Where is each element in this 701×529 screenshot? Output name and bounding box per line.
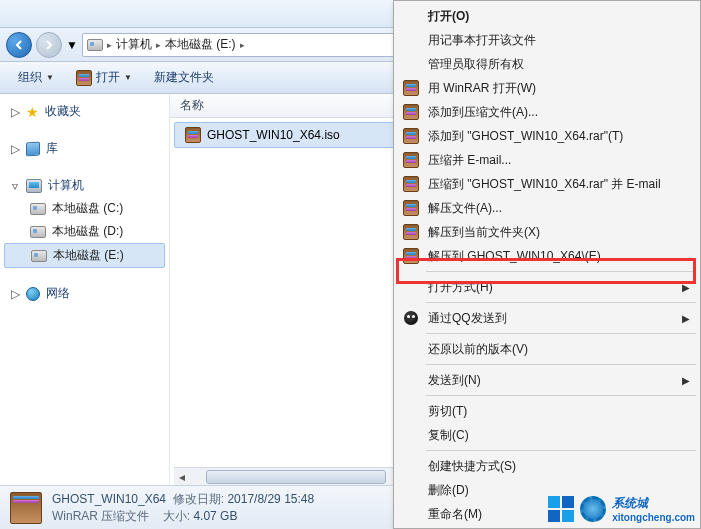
winrar-icon bbox=[403, 80, 419, 96]
scroll-left-icon[interactable]: ◂ bbox=[174, 469, 190, 485]
menu-separator bbox=[426, 302, 696, 303]
sidebar-libraries[interactable]: ▷库 bbox=[0, 137, 169, 160]
logo-square-icon bbox=[548, 510, 560, 522]
gear-icon bbox=[580, 496, 606, 522]
sidebar-favorites[interactable]: ▷★收藏夹 bbox=[0, 100, 169, 123]
history-dropdown-icon[interactable]: ▼ bbox=[66, 38, 78, 52]
collapse-icon: ▷ bbox=[10, 144, 20, 154]
menu-cut[interactable]: 剪切(T) bbox=[396, 399, 698, 423]
collapse-icon: ▷ bbox=[10, 107, 20, 117]
breadcrumb-computer[interactable]: 计算机 bbox=[116, 36, 152, 53]
menu-add-archive[interactable]: 添加到压缩文件(A)... bbox=[396, 100, 698, 124]
breadcrumb-drive[interactable]: 本地磁盘 (E:) bbox=[165, 36, 236, 53]
forward-button[interactable] bbox=[36, 32, 62, 58]
menu-extract-files[interactable]: 解压文件(A)... bbox=[396, 196, 698, 220]
sidebar: ▷★收藏夹 ▷库 ▿计算机 本地磁盘 (C:) 本地磁盘 (D:) 本地磁盘 (… bbox=[0, 94, 170, 485]
winrar-icon bbox=[76, 70, 92, 86]
chevron-right-icon: ▸ bbox=[156, 40, 161, 50]
submenu-arrow-icon: ▶ bbox=[682, 375, 690, 386]
sidebar-drive-e[interactable]: 本地磁盘 (E:) bbox=[4, 243, 165, 268]
winrar-icon bbox=[403, 128, 419, 144]
watermark: 系统城 xitongcheng.com bbox=[548, 495, 695, 523]
context-menu: 打开(O) 用记事本打开该文件 管理员取得所有权 用 WinRAR 打开(W) … bbox=[393, 0, 701, 529]
sidebar-drive-c[interactable]: 本地磁盘 (C:) bbox=[0, 197, 169, 220]
winrar-icon bbox=[403, 104, 419, 120]
menu-send-to[interactable]: 发送到(N)▶ bbox=[396, 368, 698, 392]
open-button[interactable]: 打开 ▼ bbox=[68, 66, 140, 89]
logo-square-icon bbox=[562, 510, 574, 522]
library-icon bbox=[26, 141, 40, 156]
star-icon: ★ bbox=[26, 104, 39, 120]
newfolder-button[interactable]: 新建文件夹 bbox=[146, 66, 222, 89]
winrar-icon bbox=[185, 127, 201, 143]
watermark-brand: 系统城 bbox=[612, 496, 648, 510]
drive-icon bbox=[30, 226, 46, 238]
menu-copy[interactable]: 复制(C) bbox=[396, 423, 698, 447]
menu-separator bbox=[426, 364, 696, 365]
scroll-thumb[interactable] bbox=[206, 470, 386, 484]
menu-separator bbox=[426, 450, 696, 451]
logo-square-icon bbox=[562, 496, 574, 508]
menu-extract-here[interactable]: 解压到当前文件夹(X) bbox=[396, 220, 698, 244]
winrar-icon bbox=[403, 176, 419, 192]
winrar-icon bbox=[403, 152, 419, 168]
menu-extract-to[interactable]: 解压到 GHOST_WIN10_X64\(E) bbox=[396, 244, 698, 268]
sidebar-computer[interactable]: ▿计算机 bbox=[0, 174, 169, 197]
organize-button[interactable]: 组织 ▼ bbox=[10, 66, 62, 89]
menu-separator bbox=[426, 333, 696, 334]
logo-square-icon bbox=[548, 496, 560, 508]
drive-icon bbox=[31, 250, 47, 262]
menu-winrar-open[interactable]: 用 WinRAR 打开(W) bbox=[396, 76, 698, 100]
status-text: GHOST_WIN10_X64 修改日期: 2017/8/29 15:48 Wi… bbox=[52, 491, 314, 525]
menu-shortcut[interactable]: 创建快捷方式(S) bbox=[396, 454, 698, 478]
back-button[interactable] bbox=[6, 32, 32, 58]
network-icon bbox=[26, 287, 40, 301]
file-name: GHOST_WIN10_X64.iso bbox=[207, 128, 340, 142]
qq-icon bbox=[404, 311, 418, 325]
chevron-right-icon: ▸ bbox=[240, 40, 245, 50]
menu-restore[interactable]: 还原以前的版本(V) bbox=[396, 337, 698, 361]
menu-compress-email[interactable]: 压缩并 E-mail... bbox=[396, 148, 698, 172]
drive-icon bbox=[30, 203, 46, 215]
menu-open[interactable]: 打开(O) bbox=[396, 4, 698, 28]
menu-add-to[interactable]: 添加到 "GHOST_WIN10_X64.rar"(T) bbox=[396, 124, 698, 148]
sidebar-drive-d[interactable]: 本地磁盘 (D:) bbox=[0, 220, 169, 243]
winrar-icon bbox=[10, 492, 42, 524]
winrar-icon bbox=[403, 224, 419, 240]
winrar-icon bbox=[403, 248, 419, 264]
menu-open-with[interactable]: 打开方式(H)▶ bbox=[396, 275, 698, 299]
winrar-icon bbox=[403, 200, 419, 216]
menu-admin[interactable]: 管理员取得所有权 bbox=[396, 52, 698, 76]
expand-icon: ▿ bbox=[10, 181, 20, 191]
watermark-url: xitongcheng.com bbox=[612, 512, 695, 523]
sidebar-network[interactable]: ▷网络 bbox=[0, 282, 169, 305]
menu-compress-to-email[interactable]: 压缩到 "GHOST_WIN10_X64.rar" 并 E-mail bbox=[396, 172, 698, 196]
menu-separator bbox=[426, 395, 696, 396]
menu-separator bbox=[426, 271, 696, 272]
menu-notepad[interactable]: 用记事本打开该文件 bbox=[396, 28, 698, 52]
submenu-arrow-icon: ▶ bbox=[682, 282, 690, 293]
collapse-icon: ▷ bbox=[10, 289, 20, 299]
menu-qq-send[interactable]: 通过QQ发送到▶ bbox=[396, 306, 698, 330]
drive-icon bbox=[87, 39, 103, 51]
computer-icon bbox=[26, 179, 42, 193]
chevron-right-icon: ▸ bbox=[107, 40, 112, 50]
submenu-arrow-icon: ▶ bbox=[682, 313, 690, 324]
